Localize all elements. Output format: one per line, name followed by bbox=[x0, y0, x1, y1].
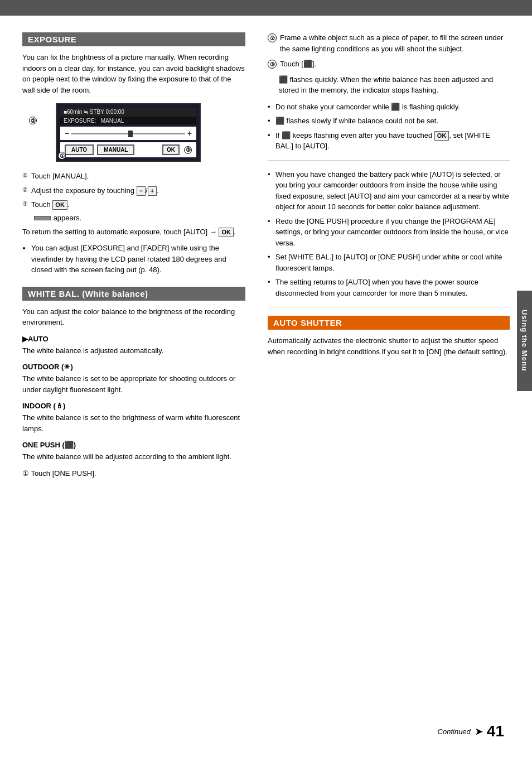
step3-result-text: appears. bbox=[54, 214, 82, 222]
right-bullets: Do not shake your camcorder while ⬛ is f… bbox=[268, 102, 510, 152]
redo-bullet: Redo the [ONE PUSH] procedure if you cha… bbox=[268, 216, 510, 249]
manual-button[interactable]: MANUAL bbox=[97, 144, 134, 155]
exposure-step1: ① Touch [MANUAL]. bbox=[22, 171, 245, 182]
right-bullet2: ⬛ flashes slowly if white balance could … bbox=[268, 115, 510, 127]
wb-outdoor-text: The white balance is set to be appropria… bbox=[22, 373, 245, 395]
top-bar bbox=[0, 0, 532, 16]
right-step2: ② Frame a white object such as a piece o… bbox=[268, 32, 510, 54]
content-area: EXPOSURE You can fix the brightness of a… bbox=[0, 16, 532, 504]
indicator-bar bbox=[34, 216, 51, 220]
wb-section: WHITE BAL. (White balance) You can adjus… bbox=[22, 287, 245, 479]
wb-auto-label: ▶AUTO bbox=[22, 335, 49, 343]
divider2 bbox=[268, 307, 510, 307]
annotation-1: ① bbox=[58, 152, 66, 160]
wb-indoor-label: INDOOR (🕯) bbox=[22, 402, 65, 410]
wb-outdoor-heading: OUTDOOR (☀) bbox=[22, 363, 245, 371]
wb-onepush-text: The white balance will be adjusted accor… bbox=[22, 451, 245, 462]
right-step3-content: Touch [⬛]. bbox=[280, 59, 316, 70]
auto-shutter-title: AUTO SHUTTER bbox=[273, 318, 342, 327]
wb-title: WHITE BAL. (White balance) bbox=[28, 289, 148, 298]
wb-auto-heading: ▶AUTO bbox=[22, 335, 245, 343]
wb-indoor-text: The white balance is set to the brightne… bbox=[22, 412, 245, 434]
auto-ok-btn[interactable]: OK bbox=[219, 228, 234, 237]
auto-return-label: To return the setting to automatic expos… bbox=[22, 228, 217, 236]
ok-button[interactable]: OK bbox=[162, 144, 180, 155]
slider-plus: + bbox=[187, 129, 192, 138]
step1-num: ① bbox=[22, 171, 28, 182]
camera-label-row: EXPOSURE: MANUAL bbox=[60, 117, 196, 124]
camera-top-bar: ■60min ≒ STBY 0:00:00 bbox=[60, 108, 196, 116]
slider-minus: − bbox=[65, 129, 69, 138]
plus-btn[interactable]: + bbox=[148, 186, 157, 196]
camera-display: ■60min ≒ STBY 0:00:00 EXPOSURE: MANUAL −… bbox=[56, 103, 201, 162]
wb-auto-text: The white balance is adjusted automatica… bbox=[22, 345, 245, 356]
right-bullet3: If ⬛ keeps flashing even after you have … bbox=[268, 130, 510, 152]
page-footer: Continued ➤ 41 bbox=[438, 722, 504, 740]
returns-bullet: The setting returns to [AUTO] when you h… bbox=[268, 277, 510, 298]
step3-result: appears. bbox=[33, 214, 245, 222]
when-bullets: When you have changed the battery pack w… bbox=[268, 169, 510, 299]
annotation-3: ③ bbox=[184, 146, 192, 154]
step3-num: ③ bbox=[22, 199, 28, 210]
side-tab: Using the Menu bbox=[517, 291, 532, 391]
camera-slider-area: − + bbox=[60, 127, 196, 140]
wb-indoor-heading: INDOOR (🕯) bbox=[22, 402, 245, 410]
auto-shutter-header: AUTO SHUTTER bbox=[268, 316, 510, 330]
camera-top-left: ■60min ≒ STBY 0:00:00 bbox=[64, 109, 124, 115]
wb-onepush-heading: ONE PUSH (⬛) bbox=[22, 441, 245, 449]
arrow-icon: ➤ bbox=[475, 726, 482, 737]
auto-return-text: To return the setting to automatic expos… bbox=[22, 226, 245, 238]
right-bullet1: Do not shake your camcorder while ⬛ is f… bbox=[268, 102, 510, 113]
when-bullet: When you have changed the battery pack w… bbox=[268, 169, 510, 213]
exposure-bullets: You can adjust [EXPOSURE] and [FADER] wh… bbox=[31, 243, 245, 276]
step2-num: ② bbox=[22, 185, 28, 196]
circled-2: ② bbox=[268, 33, 277, 42]
divider1 bbox=[268, 160, 510, 161]
step3-text: Touch bbox=[31, 200, 51, 209]
ok-ref-btn: OK bbox=[434, 131, 449, 141]
right-column: ② Frame a white object such as a piece o… bbox=[262, 32, 510, 482]
camera-buttons-row: ① AUTO MANUAL OK ③ bbox=[60, 142, 196, 157]
wb-outdoor-label: OUTDOOR (☀) bbox=[22, 363, 73, 371]
step2-content: Adjust the exposure by touching −/+. bbox=[31, 185, 159, 196]
slider-thumb bbox=[128, 131, 133, 137]
exposure-intro: You can fix the brightness of a picture … bbox=[22, 52, 245, 95]
ok-inline-btn[interactable]: OK bbox=[52, 200, 67, 210]
step1-text: Touch [MANUAL]. bbox=[31, 171, 89, 182]
step2-text: Adjust the exposure by touching bbox=[31, 186, 134, 195]
exposure-step2: ② Adjust the exposure by touching −/+. bbox=[22, 185, 245, 196]
right-step3: ③ Touch [⬛]. bbox=[268, 59, 510, 70]
left-column: EXPOSURE You can fix the brightness of a… bbox=[22, 32, 245, 482]
annotation-2: ② bbox=[29, 117, 37, 124]
page-number: 41 bbox=[487, 722, 504, 740]
onepush-step1: ① Touch [ONE PUSH]. bbox=[22, 468, 245, 479]
continued-text: Continued bbox=[438, 727, 471, 736]
auto-button[interactable]: AUTO bbox=[65, 144, 94, 155]
exposure-bullet1: You can adjust [EXPOSURE] and [FADER] wh… bbox=[31, 243, 245, 276]
side-tab-text: Using the Menu bbox=[520, 310, 529, 372]
wb-header: WHITE BAL. (White balance) bbox=[22, 287, 245, 301]
circled-3: ③ bbox=[268, 60, 277, 69]
page-container: EXPOSURE You can fix the brightness of a… bbox=[0, 0, 532, 757]
minus-btn[interactable]: − bbox=[137, 186, 146, 196]
exposure-title: EXPOSURE bbox=[28, 35, 76, 44]
set-bullet: Set [WHITE BAL.] to [AUTO] or [ONE PUSH]… bbox=[268, 252, 510, 273]
auto-shutter-text: Automatically activates the electronic s… bbox=[268, 335, 510, 357]
wb-intro: You can adjust the color balance to the … bbox=[22, 306, 245, 328]
step3-content: Touch OK. bbox=[31, 199, 69, 210]
onepush-step1-text: ① Touch [ONE PUSH]. bbox=[22, 468, 96, 479]
slider-track bbox=[71, 133, 185, 134]
exposure-header: EXPOSURE bbox=[22, 32, 245, 46]
flashes-text: ⬛ flashes quickly. When the white balanc… bbox=[279, 74, 510, 96]
right-step2-text: Frame a white object such as a piece of … bbox=[280, 32, 510, 54]
exposure-step3: ③ Touch OK. bbox=[22, 199, 245, 210]
wb-onepush-label: ONE PUSH (⬛) bbox=[22, 441, 76, 449]
